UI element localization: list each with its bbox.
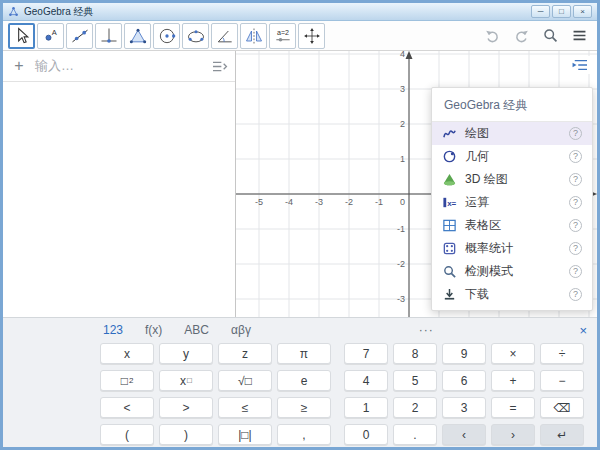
key-greater-than[interactable]: > — [159, 397, 213, 418]
svg-text:-5: -5 — [255, 197, 263, 207]
menu-item-3d[interactable]: 3D 绘图? — [432, 168, 592, 191]
algebra-input-row[interactable]: + 输入… — [3, 51, 235, 82]
key-paren-close[interactable]: ) — [159, 424, 213, 445]
geogebra-logo-icon — [8, 6, 19, 17]
key-2[interactable]: 2 — [393, 397, 437, 418]
help-badge[interactable]: ? — [569, 288, 582, 301]
menu-item-geometry[interactable]: 几何? — [432, 145, 592, 168]
key-geq[interactable]: ≥ — [277, 397, 331, 418]
stylebar-toggle-icon[interactable] — [569, 56, 591, 74]
add-input-button[interactable]: + — [10, 57, 28, 75]
keyboard-left-group: xyzπ□2x□√□e<>≤≥()|□|, — [100, 343, 331, 445]
kb-tab-f(x)[interactable]: f(x) — [145, 323, 162, 337]
maximize-button[interactable]: □ — [552, 5, 571, 18]
key-paren-open[interactable]: ( — [100, 424, 154, 445]
menu-item-download[interactable]: 下载? — [432, 283, 592, 306]
key-0[interactable]: 0 — [344, 424, 388, 445]
help-badge[interactable]: ? — [569, 173, 582, 186]
key-e[interactable]: e — [277, 370, 331, 391]
help-badge[interactable]: ? — [569, 150, 582, 163]
tool-perpendicular[interactable] — [95, 23, 122, 49]
cas-icon: x= — [442, 195, 457, 210]
key-multiply[interactable]: × — [491, 343, 535, 364]
undo-icon[interactable] — [483, 27, 501, 45]
key-cursor-right[interactable]: › — [491, 424, 535, 445]
app-menu-items: 绘图?几何?3D 绘图?x=运算?表格区?概率统计?检测模式?下载? — [432, 122, 592, 306]
help-badge[interactable]: ? — [569, 127, 582, 140]
key-plus[interactable]: + — [491, 370, 535, 391]
key-enter[interactable]: ↵ — [540, 424, 584, 445]
help-badge[interactable]: ? — [569, 242, 582, 255]
key-leq[interactable]: ≤ — [218, 397, 272, 418]
key-less-than[interactable]: < — [100, 397, 154, 418]
tool-point[interactable]: A — [37, 23, 64, 49]
help-badge[interactable]: ? — [569, 265, 582, 278]
key-y[interactable]: y — [159, 343, 213, 364]
menu-item-label: 表格区 — [465, 217, 561, 234]
key-minus[interactable]: − — [540, 370, 584, 391]
key-3[interactable]: 3 — [442, 397, 486, 418]
key-decimal-point[interactable]: . — [393, 424, 437, 445]
window-title: GeoGebra 经典 — [24, 5, 93, 19]
menu-item-label: 3D 绘图 — [465, 171, 561, 188]
key-equals[interactable]: = — [491, 397, 535, 418]
key-4[interactable]: 4 — [344, 370, 388, 391]
tool-move-view[interactable] — [298, 23, 325, 49]
probability-icon — [442, 241, 457, 256]
menu-item-label: 几何 — [465, 148, 561, 165]
key-pi[interactable]: π — [277, 343, 331, 364]
kb-tab-αβγ[interactable]: αβγ — [231, 323, 251, 337]
menu-item-probability[interactable]: 概率统计? — [432, 237, 592, 260]
key-divide[interactable]: ÷ — [540, 343, 584, 364]
key-power[interactable]: x□ — [159, 370, 213, 391]
key-5[interactable]: 5 — [393, 370, 437, 391]
key-x[interactable]: x — [100, 343, 154, 364]
menu-item-spreadsheet[interactable]: 表格区? — [432, 214, 592, 237]
svg-text:-4: -4 — [285, 197, 293, 207]
key-7[interactable]: 7 — [344, 343, 388, 364]
menu-item-label: 检测模式 — [465, 263, 561, 280]
menu-item-cas[interactable]: x=运算? — [432, 191, 592, 214]
key-sqrt[interactable]: √□ — [218, 370, 272, 391]
help-badge[interactable]: ? — [569, 219, 582, 232]
key-6[interactable]: 6 — [442, 370, 486, 391]
close-button[interactable]: × — [573, 5, 592, 18]
key-8[interactable]: 8 — [393, 343, 437, 364]
keyboard-close-icon[interactable]: × — [579, 323, 587, 338]
minimize-button[interactable]: ─ — [531, 5, 550, 18]
graphics-view: -5-4-3-2-14321-1-2-30 GeoGebra 经典 绘图?几何?… — [236, 51, 597, 317]
menu-item-graphing[interactable]: 绘图? — [432, 122, 592, 145]
toolbar: Aa=2 — [3, 21, 597, 51]
tool-conic[interactable] — [182, 23, 209, 49]
key-backspace[interactable]: ⌫ — [540, 397, 584, 418]
key-abs[interactable]: |□| — [218, 424, 272, 445]
menu-icon[interactable] — [570, 27, 588, 45]
algebra-input[interactable]: 输入… — [35, 57, 204, 75]
menu-item-exam[interactable]: 检测模式? — [432, 260, 592, 283]
spreadsheet-icon — [442, 218, 457, 233]
tool-polygon[interactable] — [124, 23, 151, 49]
key-1[interactable]: 1 — [344, 397, 388, 418]
key-square[interactable]: □2 — [100, 370, 154, 391]
input-help-icon[interactable] — [211, 60, 228, 73]
help-badge[interactable]: ? — [569, 196, 582, 209]
tool-slider[interactable]: a=2 — [269, 23, 296, 49]
redo-icon[interactable] — [512, 27, 530, 45]
key-z[interactable]: z — [218, 343, 272, 364]
tool-circle[interactable] — [153, 23, 180, 49]
tool-angle[interactable] — [211, 23, 238, 49]
keyboard-more-button[interactable]: ··· — [419, 323, 434, 337]
kb-tab-123[interactable]: 123 — [103, 323, 123, 337]
app-switcher-menu: GeoGebra 经典 绘图?几何?3D 绘图?x=运算?表格区?概率统计?检测… — [431, 87, 593, 311]
key-comma[interactable]: , — [277, 424, 331, 445]
svg-text:-3: -3 — [315, 197, 323, 207]
svg-text:-2: -2 — [397, 259, 405, 269]
key-9[interactable]: 9 — [442, 343, 486, 364]
tool-move[interactable] — [8, 23, 35, 49]
search-icon[interactable] — [541, 27, 559, 45]
tool-reflect[interactable] — [240, 23, 267, 49]
tool-line[interactable] — [66, 23, 93, 49]
kb-tab-ABC[interactable]: ABC — [184, 323, 209, 337]
key-cursor-left[interactable]: ‹ — [442, 424, 486, 445]
keyboard-right-group: 789×÷456+−123=⌫0.‹›↵ — [344, 343, 584, 445]
